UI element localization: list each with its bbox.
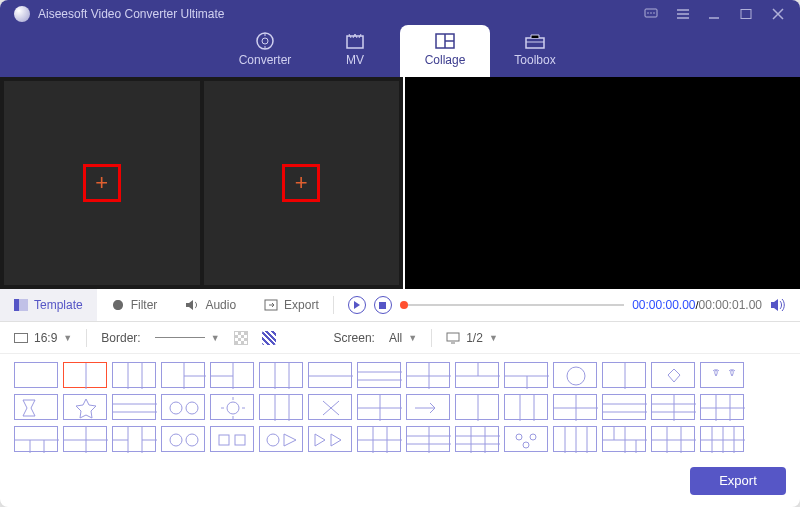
template-cell[interactable]: [63, 426, 107, 452]
nav-converter[interactable]: Converter: [220, 25, 310, 77]
template-cell[interactable]: [14, 394, 58, 420]
template-cell[interactable]: [651, 426, 695, 452]
nav-label: Converter: [239, 53, 292, 67]
template-cell[interactable]: [308, 362, 352, 388]
template-cell[interactable]: [357, 362, 401, 388]
svg-point-24: [267, 434, 279, 446]
tab-audio[interactable]: Audio: [171, 289, 250, 322]
preview-pane-2: [604, 77, 801, 289]
app-title: Aiseesoft Video Converter Ultimate: [38, 7, 225, 21]
template-cell[interactable]: [700, 426, 744, 452]
template-cell[interactable]: [602, 362, 646, 388]
app-logo: [14, 6, 30, 22]
ratio-icon: [14, 333, 28, 343]
template-cell[interactable]: [700, 394, 744, 420]
aspect-ratio-select[interactable]: 16:9▼: [14, 331, 72, 345]
display-select[interactable]: 1/2▼: [446, 331, 498, 345]
template-cell[interactable]: [602, 394, 646, 420]
tab-filter[interactable]: Filter: [97, 289, 172, 322]
template-cell[interactable]: [259, 394, 303, 420]
template-cell[interactable]: [455, 362, 499, 388]
svg-rect-4: [741, 10, 751, 19]
template-cell[interactable]: [210, 426, 254, 452]
template-cell[interactable]: [357, 394, 401, 420]
nav-collage[interactable]: Collage: [400, 25, 490, 77]
feedback-icon[interactable]: [644, 8, 658, 20]
tab-label: Export: [284, 298, 319, 312]
minimize-icon[interactable]: [708, 8, 722, 20]
template-cell[interactable]: [14, 426, 58, 452]
volume-icon[interactable]: [770, 298, 786, 312]
filter-icon: [111, 298, 125, 312]
stop-button[interactable]: [374, 296, 392, 314]
template-cell[interactable]: [455, 426, 499, 452]
template-cell[interactable]: [455, 394, 499, 420]
template-cell[interactable]: [63, 362, 107, 388]
collage-editor: [0, 77, 403, 289]
template-cell[interactable]: [406, 394, 450, 420]
svg-rect-7: [347, 36, 363, 48]
template-cell[interactable]: [112, 362, 156, 388]
svg-rect-15: [447, 333, 459, 341]
template-cell[interactable]: [161, 426, 205, 452]
svg-point-25: [516, 434, 522, 440]
template-cell[interactable]: [504, 362, 548, 388]
template-cell[interactable]: [406, 362, 450, 388]
svg-point-20: [170, 434, 182, 446]
template-cell[interactable]: [210, 362, 254, 388]
template-cell[interactable]: [504, 394, 548, 420]
tab-export[interactable]: Export: [250, 289, 333, 322]
collage-slot-1[interactable]: [4, 81, 200, 285]
template-cell[interactable]: [259, 362, 303, 388]
svg-point-3: [653, 12, 655, 14]
menu-icon[interactable]: [676, 8, 690, 20]
audio-icon: [185, 298, 199, 312]
seek-handle[interactable]: [400, 301, 408, 309]
export-button[interactable]: Export: [690, 467, 786, 495]
border-color-select[interactable]: [234, 331, 248, 345]
template-cell[interactable]: [63, 394, 107, 420]
preview-area: [403, 77, 800, 289]
svg-point-2: [650, 12, 652, 14]
template-cell[interactable]: [161, 362, 205, 388]
template-cell[interactable]: [553, 426, 597, 452]
nav-mv[interactable]: MV: [310, 25, 400, 77]
nav-toolbox[interactable]: Toolbox: [490, 25, 580, 77]
template-cell[interactable]: [504, 426, 548, 452]
template-cell[interactable]: [700, 362, 744, 388]
converter-icon: [255, 33, 275, 49]
play-button[interactable]: [348, 296, 366, 314]
svg-rect-9: [526, 38, 544, 48]
template-cell[interactable]: [161, 394, 205, 420]
template-cell[interactable]: [651, 394, 695, 420]
template-cell[interactable]: [308, 394, 352, 420]
template-cell[interactable]: [357, 426, 401, 452]
border-pattern-select[interactable]: [262, 331, 276, 345]
tab-label: Audio: [205, 298, 236, 312]
tab-template[interactable]: Template: [0, 289, 97, 322]
template-cell[interactable]: [602, 426, 646, 452]
maximize-icon[interactable]: [740, 8, 754, 20]
svg-point-21: [186, 434, 198, 446]
seek-bar[interactable]: [400, 304, 624, 306]
tab-label: Template: [34, 298, 83, 312]
screen-label: Screen:: [334, 331, 375, 345]
template-cell[interactable]: [553, 362, 597, 388]
template-cell[interactable]: [553, 394, 597, 420]
screen-select[interactable]: All▼: [389, 331, 417, 345]
template-cell[interactable]: [112, 426, 156, 452]
template-grid: [0, 354, 800, 459]
template-cell[interactable]: [112, 394, 156, 420]
template-cell[interactable]: [308, 426, 352, 452]
collage-slot-2[interactable]: [204, 81, 400, 285]
template-cell[interactable]: [651, 362, 695, 388]
add-media-icon[interactable]: [83, 164, 121, 202]
close-icon[interactable]: [772, 8, 786, 20]
template-cell[interactable]: [406, 426, 450, 452]
template-cell[interactable]: [210, 394, 254, 420]
preview-pane-1: [405, 77, 602, 289]
template-cell[interactable]: [259, 426, 303, 452]
border-style-select[interactable]: ▼: [155, 333, 220, 343]
template-cell[interactable]: [14, 362, 58, 388]
add-media-icon[interactable]: [282, 164, 320, 202]
